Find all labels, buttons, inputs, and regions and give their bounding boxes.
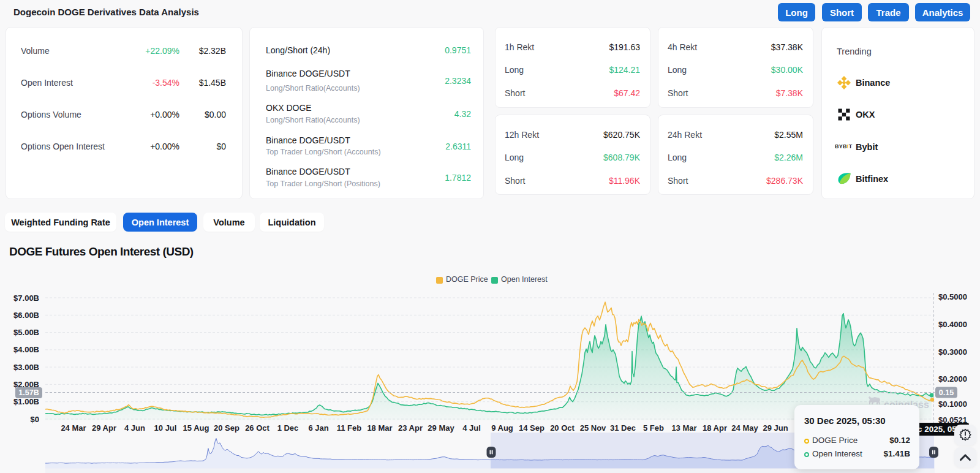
svg-text:20 Sep: 20 Sep [214,423,239,433]
svg-text:$1.00B: $1.00B [13,397,39,406]
svg-text:29 May: 29 May [428,423,454,433]
svg-text:9 Aug: 9 Aug [491,423,513,433]
svg-text:$7.00B: $7.00B [13,293,39,303]
svg-text:1 Dec: 1 Dec [277,423,299,433]
svg-text:18 Mar: 18 Mar [367,423,392,433]
svg-text:31 Dec: 31 Dec [610,423,636,433]
svg-text:15 Aug: 15 Aug [183,423,209,433]
svg-text:$0.1000: $0.1000 [938,399,967,409]
svg-text:29 Apr: 29 Apr [92,423,116,433]
svg-text:18 Apr: 18 Apr [703,423,727,433]
svg-text:$0.2000: $0.2000 [938,374,967,384]
svg-text:24 Mar: 24 Mar [61,423,86,433]
svg-text:24 May: 24 May [731,423,758,433]
svg-text:20 Oct: 20 Oct [550,423,575,433]
svg-text:$3.00B: $3.00B [13,363,39,372]
svg-text:26 Oct: 26 Oct [245,423,270,433]
svg-text:10 Jul: 10 Jul [154,423,177,433]
svg-text:$0: $0 [31,415,39,424]
svg-text:4 Jul: 4 Jul [462,423,481,433]
svg-text:5 Feb: 5 Feb [643,423,664,433]
svg-text:13 Mar: 13 Mar [671,423,696,433]
svg-text:23 Apr: 23 Apr [398,423,423,433]
svg-text:14 Sep: 14 Sep [519,423,545,433]
svg-text:$5.00B: $5.00B [13,328,39,337]
svg-text:$0.4000: $0.4000 [938,320,967,329]
svg-text:6 Jan: 6 Jan [308,423,328,433]
svg-text:0.15: 0.15 [939,388,954,397]
svg-text:$0.5000: $0.5000 [938,292,967,301]
svg-text:$0.3000: $0.3000 [938,347,967,357]
svg-text:29 Jun: 29 Jun [763,423,788,433]
svg-text:$6.00B: $6.00B [13,311,39,320]
svg-text:1.57B: 1.57B [18,388,39,397]
svg-text:11 Feb: 11 Feb [337,423,362,433]
svg-text:$4.00B: $4.00B [13,345,39,354]
svg-text:25 Nov: 25 Nov [580,423,606,433]
svg-text:4 Jun: 4 Jun [124,423,145,433]
